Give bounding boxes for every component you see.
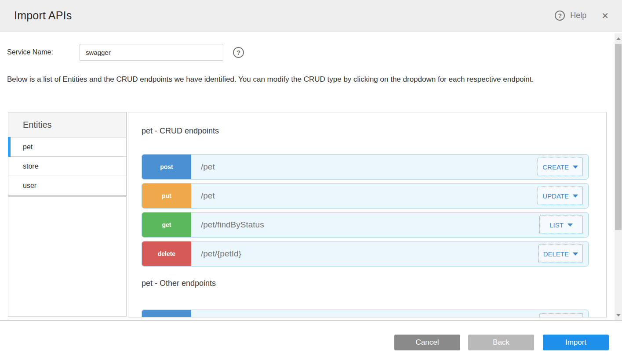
- entity-label: pet: [23, 143, 33, 151]
- vertical-scrollbar[interactable]: [615, 33, 622, 320]
- crud-type-dropdown[interactable]: DELETE: [538, 245, 583, 263]
- crud-type-label: CREATE: [542, 163, 569, 171]
- service-name-row: Service Name: ?: [7, 44, 244, 61]
- service-name-label: Service Name:: [7, 48, 80, 56]
- panels: Entities pet store user pet - CRUD endpo…: [8, 112, 614, 317]
- description-text: Below is a list of Entities and the CRUD…: [7, 74, 581, 84]
- import-button[interactable]: Import: [543, 335, 609, 350]
- endpoint-path: /pet/{petId}: [201, 241, 538, 266]
- selected-indicator-bar: [8, 137, 11, 157]
- method-badge: put: [142, 184, 191, 208]
- scrollbar-thumb[interactable]: [615, 44, 622, 230]
- close-icon[interactable]: ✕: [601, 11, 609, 20]
- entity-label: user: [23, 182, 36, 190]
- section-title-crud: pet - CRUD endpoints: [142, 126, 606, 136]
- dialog-footer: Cancel Back Import: [0, 321, 622, 364]
- dialog-body: Service Name: ? Below is a list of Entit…: [0, 32, 622, 320]
- endpoint-row: get /pet/findByStatus LIST: [142, 212, 589, 238]
- method-badge: post: [142, 310, 191, 317]
- import-apis-dialog: Import APIs ? Help ✕ Service Name: ? Bel…: [0, 0, 622, 364]
- crud-type-label: DELETE: [543, 250, 569, 258]
- scroll-down-arrow[interactable]: [615, 311, 622, 319]
- cancel-button[interactable]: Cancel: [394, 335, 460, 350]
- entity-label: store: [23, 162, 39, 170]
- crud-type-dropdown[interactable]: [539, 313, 583, 317]
- entity-item-user[interactable]: user: [8, 176, 126, 195]
- caret-down-icon: [573, 195, 578, 198]
- endpoint-row: delete /pet/{petId} DELETE: [142, 241, 589, 267]
- entities-header: Entities: [8, 112, 126, 137]
- scroll-up-arrow[interactable]: [615, 35, 622, 42]
- crud-type-label: UPDATE: [542, 192, 569, 200]
- help-button[interactable]: Help: [570, 11, 586, 20]
- section-title-other: pet - Other endpoints: [142, 279, 606, 288]
- crud-type-dropdown[interactable]: CREATE: [538, 158, 583, 176]
- entity-item-store[interactable]: store: [8, 157, 126, 176]
- method-badge: post: [142, 155, 191, 179]
- endpoint-row-clipped: post: [142, 310, 589, 317]
- help-icon[interactable]: ?: [555, 11, 565, 21]
- endpoint-row: post /pet CREATE: [142, 154, 589, 180]
- endpoint-path: /pet: [201, 155, 538, 179]
- endpoint-path: /pet/findByStatus: [201, 213, 539, 237]
- triangle-up-icon: [616, 37, 621, 40]
- endpoint-row: put /pet UPDATE: [142, 183, 589, 209]
- crud-type-dropdown[interactable]: UPDATE: [538, 187, 583, 205]
- entity-item-pet[interactable]: pet: [8, 137, 126, 157]
- caret-down-icon: [573, 252, 578, 256]
- endpoint-path: /pet: [201, 184, 538, 208]
- back-button[interactable]: Back: [468, 335, 534, 350]
- triangle-down-icon: [616, 314, 621, 317]
- service-name-help-icon[interactable]: ?: [233, 47, 244, 58]
- entities-empty-area: [8, 196, 127, 317]
- crud-type-dropdown[interactable]: LIST: [539, 216, 583, 234]
- method-badge: delete: [142, 241, 191, 266]
- service-name-input[interactable]: [80, 44, 223, 61]
- method-badge: get: [142, 213, 191, 237]
- endpoints-panel: pet - CRUD endpoints post /pet CREATE pu…: [128, 112, 607, 317]
- caret-down-icon: [573, 166, 578, 169]
- endpoint-path: [201, 310, 539, 317]
- caret-down-icon: [567, 223, 573, 227]
- dialog-header: Import APIs ? Help ✕: [0, 0, 622, 32]
- crud-type-label: LIST: [549, 221, 564, 229]
- header-actions: ? Help ✕: [555, 11, 609, 21]
- dialog-title: Import APIs: [14, 9, 72, 22]
- entities-panel: Entities pet store user: [8, 112, 127, 196]
